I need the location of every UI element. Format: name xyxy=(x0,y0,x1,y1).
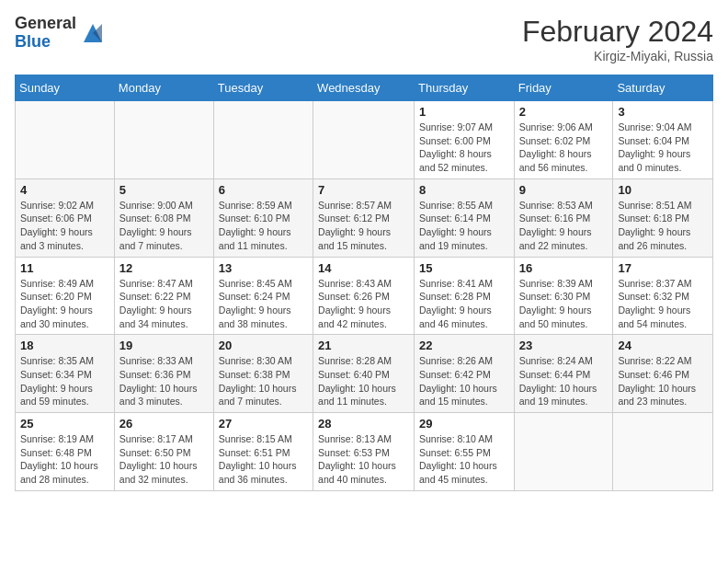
day-number: 4 xyxy=(20,183,109,197)
day-number: 16 xyxy=(519,261,609,275)
weekday-header-sunday: Sunday xyxy=(16,75,115,101)
day-info: Sunrise: 8:57 AM Sunset: 6:12 PM Dayligh… xyxy=(318,199,409,253)
calendar-cell: 19Sunrise: 8:33 AM Sunset: 6:36 PM Dayli… xyxy=(114,335,213,413)
calendar-cell: 20Sunrise: 8:30 AM Sunset: 6:38 PM Dayli… xyxy=(213,335,313,413)
day-info: Sunrise: 8:37 AM Sunset: 6:32 PM Dayligh… xyxy=(618,277,708,331)
calendar-cell xyxy=(514,413,613,491)
weekday-header-tuesday: Tuesday xyxy=(213,75,313,101)
day-info: Sunrise: 8:55 AM Sunset: 6:14 PM Dayligh… xyxy=(419,199,509,253)
day-number: 25 xyxy=(20,417,109,431)
calendar-cell: 24Sunrise: 8:22 AM Sunset: 6:46 PM Dayli… xyxy=(613,335,713,413)
calendar-week-2: 4Sunrise: 9:02 AM Sunset: 6:06 PM Daylig… xyxy=(16,178,713,257)
calendar-cell: 22Sunrise: 8:26 AM Sunset: 6:42 PM Dayli… xyxy=(415,335,515,413)
day-number: 28 xyxy=(318,417,409,431)
calendar-cell: 29Sunrise: 8:10 AM Sunset: 6:55 PM Dayli… xyxy=(415,413,515,491)
day-info: Sunrise: 8:26 AM Sunset: 6:42 PM Dayligh… xyxy=(419,354,509,408)
day-info: Sunrise: 9:02 AM Sunset: 6:06 PM Dayligh… xyxy=(20,199,109,253)
day-info: Sunrise: 8:59 AM Sunset: 6:10 PM Dayligh… xyxy=(219,199,308,253)
day-number: 21 xyxy=(318,339,409,352)
day-info: Sunrise: 8:24 AM Sunset: 6:44 PM Dayligh… xyxy=(519,354,609,408)
day-info: Sunrise: 9:06 AM Sunset: 6:02 PM Dayligh… xyxy=(519,121,609,175)
title-block: February 2024 Kirgiz-Miyaki, Russia xyxy=(522,15,713,63)
logo-icon xyxy=(80,20,106,46)
calendar-cell: 10Sunrise: 8:51 AM Sunset: 6:18 PM Dayli… xyxy=(613,178,713,257)
day-info: Sunrise: 8:22 AM Sunset: 6:46 PM Dayligh… xyxy=(618,354,708,408)
calendar-week-1: 1Sunrise: 9:07 AM Sunset: 6:00 PM Daylig… xyxy=(16,101,713,179)
calendar-week-4: 18Sunrise: 8:35 AM Sunset: 6:34 PM Dayli… xyxy=(16,335,713,413)
weekday-header-thursday: Thursday xyxy=(415,75,515,101)
calendar-cell: 1Sunrise: 9:07 AM Sunset: 6:00 PM Daylig… xyxy=(415,101,515,179)
day-number: 29 xyxy=(419,417,509,431)
calendar-table: SundayMondayTuesdayWednesdayThursdayFrid… xyxy=(15,75,713,491)
calendar-cell xyxy=(613,413,713,491)
calendar-week-5: 25Sunrise: 8:19 AM Sunset: 6:48 PM Dayli… xyxy=(16,413,713,491)
calendar-cell: 8Sunrise: 8:55 AM Sunset: 6:14 PM Daylig… xyxy=(415,178,515,257)
weekday-header-friday: Friday xyxy=(514,75,613,101)
day-info: Sunrise: 8:10 AM Sunset: 6:55 PM Dayligh… xyxy=(419,432,509,487)
day-number: 9 xyxy=(519,183,609,197)
weekday-header-monday: Monday xyxy=(114,75,213,101)
day-number: 8 xyxy=(419,183,509,197)
day-number: 1 xyxy=(419,105,509,119)
day-info: Sunrise: 8:15 AM Sunset: 6:51 PM Dayligh… xyxy=(219,432,308,487)
day-info: Sunrise: 8:53 AM Sunset: 6:16 PM Dayligh… xyxy=(519,199,609,253)
day-info: Sunrise: 8:47 AM Sunset: 6:22 PM Dayligh… xyxy=(119,277,209,331)
day-number: 7 xyxy=(318,183,409,197)
day-info: Sunrise: 8:17 AM Sunset: 6:50 PM Dayligh… xyxy=(119,432,209,487)
calendar-cell: 16Sunrise: 8:39 AM Sunset: 6:30 PM Dayli… xyxy=(514,257,613,335)
day-number: 17 xyxy=(618,261,708,275)
day-number: 20 xyxy=(219,339,308,352)
logo: General Blue xyxy=(15,15,106,52)
day-number: 22 xyxy=(419,339,509,352)
calendar-week-3: 11Sunrise: 8:49 AM Sunset: 6:20 PM Dayli… xyxy=(16,257,713,335)
day-info: Sunrise: 8:41 AM Sunset: 6:28 PM Dayligh… xyxy=(419,277,509,331)
day-info: Sunrise: 8:43 AM Sunset: 6:26 PM Dayligh… xyxy=(318,277,409,331)
calendar-cell: 25Sunrise: 8:19 AM Sunset: 6:48 PM Dayli… xyxy=(16,413,115,491)
day-number: 27 xyxy=(219,417,308,431)
day-number: 19 xyxy=(119,339,209,352)
day-number: 13 xyxy=(219,261,308,275)
calendar-cell: 2Sunrise: 9:06 AM Sunset: 6:02 PM Daylig… xyxy=(514,101,613,179)
day-number: 12 xyxy=(119,261,209,275)
day-number: 15 xyxy=(419,261,509,275)
day-number: 10 xyxy=(618,183,708,197)
day-info: Sunrise: 8:28 AM Sunset: 6:40 PM Dayligh… xyxy=(318,354,409,408)
day-number: 5 xyxy=(119,183,209,197)
calendar-cell xyxy=(213,101,313,179)
calendar-cell: 4Sunrise: 9:02 AM Sunset: 6:06 PM Daylig… xyxy=(16,178,115,257)
day-number: 18 xyxy=(20,339,109,352)
day-info: Sunrise: 8:13 AM Sunset: 6:53 PM Dayligh… xyxy=(318,432,409,487)
day-number: 14 xyxy=(318,261,409,275)
weekday-header-wednesday: Wednesday xyxy=(313,75,415,101)
calendar-cell: 14Sunrise: 8:43 AM Sunset: 6:26 PM Dayli… xyxy=(313,257,415,335)
day-info: Sunrise: 9:07 AM Sunset: 6:00 PM Dayligh… xyxy=(419,121,509,175)
day-info: Sunrise: 9:00 AM Sunset: 6:08 PM Dayligh… xyxy=(119,199,209,253)
day-number: 26 xyxy=(119,417,209,431)
calendar-cell: 5Sunrise: 9:00 AM Sunset: 6:08 PM Daylig… xyxy=(114,178,213,257)
day-info: Sunrise: 8:49 AM Sunset: 6:20 PM Dayligh… xyxy=(20,277,109,331)
day-info: Sunrise: 8:39 AM Sunset: 6:30 PM Dayligh… xyxy=(519,277,609,331)
calendar-cell: 26Sunrise: 8:17 AM Sunset: 6:50 PM Dayli… xyxy=(114,413,213,491)
calendar-cell xyxy=(313,101,415,179)
calendar-cell: 18Sunrise: 8:35 AM Sunset: 6:34 PM Dayli… xyxy=(16,335,115,413)
logo-blue: Blue xyxy=(15,33,76,52)
day-number: 11 xyxy=(20,261,109,275)
day-info: Sunrise: 8:51 AM Sunset: 6:18 PM Dayligh… xyxy=(618,199,708,253)
location-subtitle: Kirgiz-Miyaki, Russia xyxy=(522,49,713,63)
calendar-cell: 13Sunrise: 8:45 AM Sunset: 6:24 PM Dayli… xyxy=(213,257,313,335)
weekday-header-saturday: Saturday xyxy=(613,75,713,101)
day-number: 24 xyxy=(618,339,708,352)
day-info: Sunrise: 8:30 AM Sunset: 6:38 PM Dayligh… xyxy=(219,354,308,408)
month-year-title: February 2024 xyxy=(522,15,713,49)
page-header: General Blue February 2024 Kirgiz-Miyaki… xyxy=(15,15,713,63)
day-info: Sunrise: 9:04 AM Sunset: 6:04 PM Dayligh… xyxy=(618,121,708,175)
calendar-cell: 28Sunrise: 8:13 AM Sunset: 6:53 PM Dayli… xyxy=(313,413,415,491)
weekday-header-row: SundayMondayTuesdayWednesdayThursdayFrid… xyxy=(16,75,713,101)
logo-text: General Blue xyxy=(15,15,76,52)
calendar-cell: 15Sunrise: 8:41 AM Sunset: 6:28 PM Dayli… xyxy=(415,257,515,335)
day-number: 3 xyxy=(618,105,708,119)
day-number: 6 xyxy=(219,183,308,197)
day-number: 23 xyxy=(519,339,609,352)
calendar-cell: 6Sunrise: 8:59 AM Sunset: 6:10 PM Daylig… xyxy=(213,178,313,257)
calendar-cell: 3Sunrise: 9:04 AM Sunset: 6:04 PM Daylig… xyxy=(613,101,713,179)
